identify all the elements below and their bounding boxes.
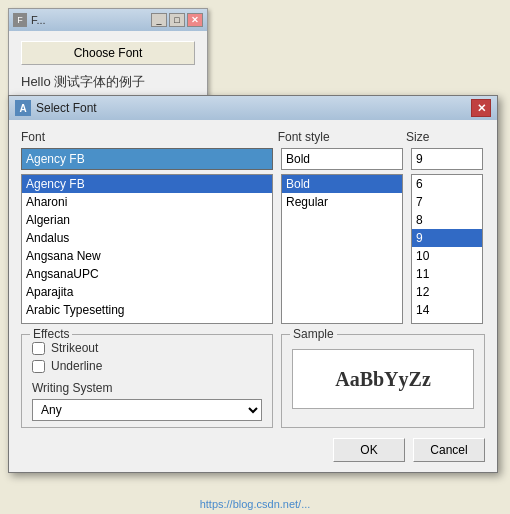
small-window: F F... _ □ ✕ Choose Font Hello 测试字体的例子	[8, 8, 208, 102]
title-bar-left: F F...	[13, 13, 46, 27]
writing-system-label: Writing System	[32, 381, 262, 395]
font-list-item[interactable]: Angsana New	[22, 247, 272, 265]
font-lists-row: Agency FBAharoniAlgerianAndalusAngsana N…	[21, 174, 485, 324]
font-name-input[interactable]	[21, 148, 273, 170]
font-list-item[interactable]: Andalus	[22, 229, 272, 247]
columns-header: Font Font style Size	[21, 130, 485, 144]
effects-panel: Effects Strikeout Underline Writing Syst…	[21, 334, 273, 428]
font-column-label: Font	[21, 130, 278, 144]
dialog-body: Font Font style Size Agency FBAharoniAlg…	[9, 120, 497, 472]
font-inputs-row	[21, 148, 485, 170]
writing-system-select[interactable]: AnyWesternSymbol	[32, 399, 262, 421]
cancel-button[interactable]: Cancel	[413, 438, 485, 462]
size-list-item[interactable]: 6	[412, 175, 482, 193]
close-button[interactable]: ✕	[187, 13, 203, 27]
dialog-icon: A	[15, 100, 31, 116]
choose-font-button[interactable]: Choose Font	[21, 41, 195, 65]
font-list-item[interactable]: Aharoni	[22, 193, 272, 211]
size-list-item[interactable]: 14	[412, 301, 482, 319]
font-list[interactable]: Agency FBAharoniAlgerianAndalusAngsana N…	[22, 175, 272, 323]
font-list-container: Agency FBAharoniAlgerianAndalusAngsana N…	[21, 174, 273, 324]
sample-legend: Sample	[290, 327, 337, 341]
underline-label: Underline	[51, 359, 102, 373]
underline-checkbox[interactable]	[32, 360, 45, 373]
ok-button[interactable]: OK	[333, 438, 405, 462]
size-list-item[interactable]: 8	[412, 211, 482, 229]
action-buttons: OK Cancel	[21, 438, 485, 462]
writing-system-section: Writing System AnyWesternSymbol	[32, 381, 262, 421]
font-style-input[interactable]	[281, 148, 403, 170]
font-dialog: A Select Font ✕ Font Font style Size Age…	[8, 95, 498, 473]
size-list-item[interactable]: 7	[412, 193, 482, 211]
size-column-label: Size	[406, 130, 485, 144]
bottom-panels: Effects Strikeout Underline Writing Syst…	[21, 334, 485, 428]
small-window-icon: F	[13, 13, 27, 27]
strikeout-row: Strikeout	[32, 341, 262, 355]
font-list-item[interactable]: Algerian	[22, 211, 272, 229]
strikeout-checkbox[interactable]	[32, 342, 45, 355]
style-list-item[interactable]: Bold	[282, 175, 402, 193]
font-list-item[interactable]: Aparajita	[22, 283, 272, 301]
dialog-title-bar: A Select Font ✕	[9, 96, 497, 120]
size-list-item[interactable]: 10	[412, 247, 482, 265]
title-bar-buttons: _ □ ✕	[151, 13, 203, 27]
font-list-item[interactable]: Arabic Typesetting	[22, 301, 272, 319]
size-list-item[interactable]: 11	[412, 265, 482, 283]
size-list[interactable]: 678910111214	[412, 175, 482, 323]
size-list-item[interactable]: 12	[412, 283, 482, 301]
sample-preview-text: AaBbYyZz	[335, 368, 431, 391]
font-size-input[interactable]	[411, 148, 483, 170]
font-list-item[interactable]: AngsanaUPC	[22, 265, 272, 283]
hello-sample-text: Hello 测试字体的例子	[21, 73, 195, 91]
small-window-title: F...	[31, 14, 46, 26]
minimize-button[interactable]: _	[151, 13, 167, 27]
size-list-container: 678910111214	[411, 174, 483, 324]
style-list[interactable]: BoldRegular	[282, 175, 402, 323]
dialog-close-button[interactable]: ✕	[471, 99, 491, 117]
watermark: https://blog.csdn.net/...	[200, 498, 311, 510]
small-window-title-bar: F F... _ □ ✕	[9, 9, 207, 31]
sample-preview-box: AaBbYyZz	[292, 349, 474, 409]
dialog-title-left: A Select Font	[15, 100, 97, 116]
strikeout-label: Strikeout	[51, 341, 98, 355]
style-list-container: BoldRegular	[281, 174, 403, 324]
sample-panel: Sample AaBbYyZz	[281, 334, 485, 428]
effects-legend: Effects	[30, 327, 72, 341]
dialog-title: Select Font	[36, 101, 97, 115]
size-list-item[interactable]: 9	[412, 229, 482, 247]
maximize-button[interactable]: □	[169, 13, 185, 27]
style-list-item[interactable]: Regular	[282, 193, 402, 211]
underline-row: Underline	[32, 359, 262, 373]
small-window-content: Choose Font Hello 测试字体的例子	[9, 31, 207, 101]
style-column-label: Font style	[278, 130, 406, 144]
font-list-item[interactable]: Agency FB	[22, 175, 272, 193]
